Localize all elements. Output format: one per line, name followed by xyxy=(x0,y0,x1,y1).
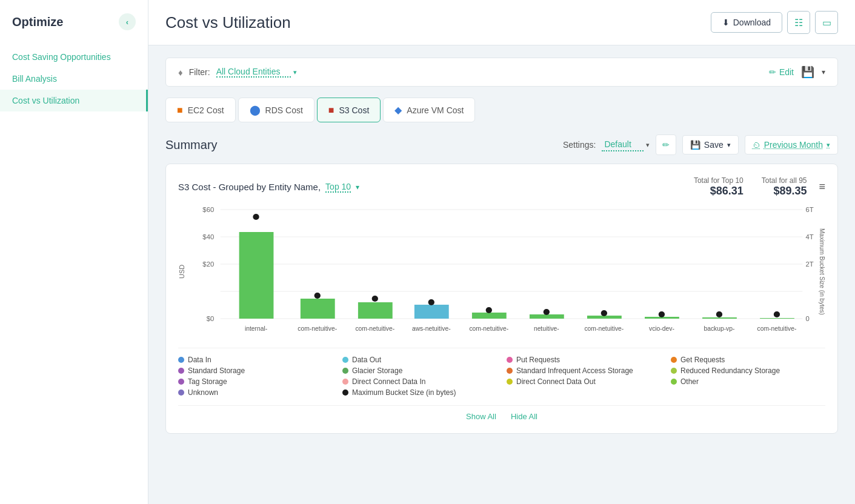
legend-label-unknown: Unknown xyxy=(188,388,218,397)
show-all-button[interactable]: Show All xyxy=(466,412,496,421)
chart-menu-icon[interactable]: ≡ xyxy=(819,181,825,193)
layout-view-button[interactable]: ▭ xyxy=(815,11,838,34)
chart-card-header: S3 Cost - Grouped by Entity Name, Top 10… xyxy=(178,176,825,197)
summary-header: Summary Settings: Default ▾ ✏ 💾 Save ▾ ⏲ xyxy=(165,134,838,155)
legend-label-glacier-storage: Glacier Storage xyxy=(352,366,402,375)
bar-10[interactable] xyxy=(760,318,794,319)
legend-label-get-requests: Get Requests xyxy=(680,356,725,364)
tab-ec2-cost[interactable]: ■ EC2 Cost xyxy=(165,98,236,122)
edit-button[interactable]: ✏ Edit xyxy=(769,67,794,77)
chart-inner: $60 $40 $20 $0 6T 4T 2T 0 xyxy=(189,204,815,339)
bar-9[interactable] xyxy=(702,317,737,319)
legend-dot-put-requests xyxy=(507,357,513,363)
save-floppy-icon: 💾 xyxy=(690,140,700,150)
tab-s3-cost[interactable]: ■ S3 Cost xyxy=(317,98,381,122)
filter-right: ✏ Edit 💾 ▾ xyxy=(769,65,825,79)
sidebar-toggle-button[interactable]: ‹ xyxy=(119,13,136,30)
chart-card: S3 Cost - Grouped by Entity Name, Top 10… xyxy=(165,164,838,434)
svg-text:4T: 4T xyxy=(806,233,814,240)
previous-month-button[interactable]: ⏲ Previous Month ▾ xyxy=(745,135,838,154)
filter-label: Filter: xyxy=(189,67,210,77)
save-dropdown-chevron-icon: ▾ xyxy=(727,141,731,149)
svg-text:com-netuitive-: com-netuitive- xyxy=(355,325,394,332)
legend-dot-unknown xyxy=(178,390,184,396)
total-all-label: Total for all 95 xyxy=(762,176,807,185)
svg-text:com-netuitive-: com-netuitive- xyxy=(584,325,624,332)
legend-item-put-requests: Put Requests xyxy=(507,356,661,364)
legend-label-other: Other xyxy=(680,377,699,386)
save-icon-button[interactable]: 💾 xyxy=(801,65,814,79)
bar-2-dot xyxy=(314,293,321,299)
s3-icon: ■ xyxy=(328,105,334,116)
legend-dot-direct-connect-in xyxy=(342,379,348,385)
total-top10-label: Total for Top 10 xyxy=(694,176,744,185)
legend-dot-reduced-redundancy xyxy=(671,368,677,374)
pencil-button[interactable]: ✏ xyxy=(656,134,676,155)
top10-chevron-icon[interactable]: ▾ xyxy=(356,183,359,191)
save-dropdown-button[interactable]: 💾 Save ▾ xyxy=(682,135,739,154)
svg-text:2T: 2T xyxy=(806,260,814,268)
bar-6[interactable] xyxy=(530,314,564,319)
chart-totals: Total for Top 10 $86.31 Total for all 95… xyxy=(694,176,807,197)
rds-icon: ⬤ xyxy=(250,104,261,116)
svg-text:com-netuitive-: com-netuitive- xyxy=(298,325,337,332)
tab-rds-cost[interactable]: ⬤ RDS Cost xyxy=(238,98,314,122)
filter-left: ♦ Filter: All Cloud Entities ▾ xyxy=(178,67,297,78)
hide-all-button[interactable]: Hide All xyxy=(511,412,537,421)
chart-title-group: S3 Cost - Grouped by Entity Name, Top 10… xyxy=(178,182,359,193)
legend-item-direct-connect-out: Direct Connect Data Out xyxy=(507,377,661,386)
settings-label: Settings: xyxy=(563,140,596,150)
bar-1[interactable] xyxy=(239,232,274,319)
download-button[interactable]: ⬇ Download xyxy=(711,12,782,33)
bar-3-dot xyxy=(372,296,378,302)
legend-item-data-in: Data In xyxy=(178,356,333,364)
legend-item-other: Other xyxy=(671,377,825,386)
svg-text:$60: $60 xyxy=(202,206,214,213)
bar-5[interactable] xyxy=(472,313,507,319)
legend-label-direct-connect-out: Direct Connect Data Out xyxy=(516,377,596,386)
tab-ec2-label: EC2 Cost xyxy=(188,105,224,115)
bar-2[interactable] xyxy=(301,299,335,319)
legend-dot-tag-storage xyxy=(178,379,184,385)
bar-8-dot xyxy=(659,311,665,317)
summary-title: Summary xyxy=(165,138,218,152)
legend-label-max-bucket-size: Maximum Bucket Size (in bytes) xyxy=(352,388,456,397)
bar-5-dot xyxy=(486,307,492,313)
top10-selector[interactable]: Top 10 xyxy=(325,182,351,193)
save-chevron-icon[interactable]: ▾ xyxy=(822,68,825,76)
svg-text:aws-netuitive-: aws-netuitive- xyxy=(412,325,451,332)
svg-text:$0: $0 xyxy=(207,315,215,322)
y-axis-right-label: Maximum Bucket Size (in bytes) xyxy=(819,204,825,339)
sidebar-header: Optimize ‹ xyxy=(0,0,148,41)
tab-azure-vm-cost[interactable]: ◆ Azure VM Cost xyxy=(383,98,475,122)
legend-item-direct-connect-in: Direct Connect Data In xyxy=(342,377,497,386)
pencil-icon: ✏ xyxy=(662,140,670,150)
legend-dot-standard-infrequent xyxy=(507,368,513,374)
settings-select-wrapper[interactable]: Default ▾ xyxy=(602,138,649,151)
settings-chevron-icon: ▾ xyxy=(646,141,650,149)
legend-dot-get-requests xyxy=(671,357,677,363)
sidebar-item-cost-utilization[interactable]: Cost vs Utilization xyxy=(0,90,148,111)
clock-icon: ⏲ xyxy=(753,141,760,150)
legend-item-unknown: Unknown xyxy=(178,388,333,397)
sidebar-item-cost-saving[interactable]: Cost Saving Opportunities xyxy=(0,46,148,68)
svg-text:backup-vp-: backup-vp- xyxy=(704,325,734,332)
header-actions: ⬇ Download ☷ ▭ xyxy=(711,11,838,34)
sidebar-item-bill-analysis[interactable]: Bill Analysis xyxy=(0,68,148,90)
svg-text:netuitive-: netuitive- xyxy=(534,325,559,332)
legend-dot-other xyxy=(671,379,677,385)
legend-item-get-requests: Get Requests xyxy=(671,356,825,364)
bar-3[interactable] xyxy=(358,302,393,319)
legend-item-tag-storage: Tag Storage xyxy=(178,377,333,386)
svg-text:com-netuitive-: com-netuitive- xyxy=(757,325,797,332)
sidebar-title: Optimize xyxy=(12,15,63,29)
tab-s3-label: S3 Cost xyxy=(339,105,370,115)
bar-4[interactable] xyxy=(414,305,449,319)
filter-select-wrapper[interactable]: All Cloud Entities ▾ xyxy=(216,67,298,78)
azure-icon: ◆ xyxy=(394,104,402,116)
filter-icon: ♦ xyxy=(178,67,183,78)
legend-dot-standard-storage xyxy=(178,368,184,374)
table-view-button[interactable]: ☷ xyxy=(787,11,810,34)
legend-item-reduced-redundancy: Reduced Redundancy Storage xyxy=(671,366,825,375)
legend-label-tag-storage: Tag Storage xyxy=(188,377,227,386)
